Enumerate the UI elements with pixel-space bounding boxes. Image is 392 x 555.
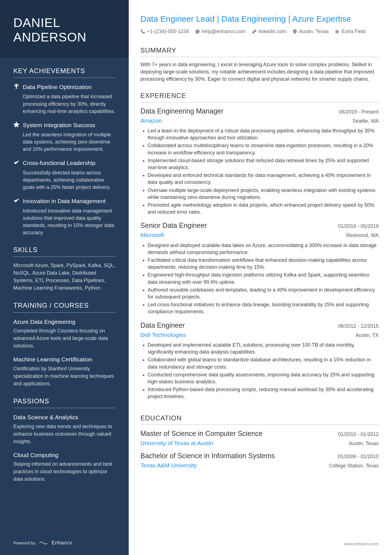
contact-extra: Extra Field (335, 28, 365, 35)
job-company: Microsoft (140, 231, 164, 239)
passions-heading: PASSIONS (13, 396, 115, 408)
courses-heading: TRAINING / COURSES (13, 301, 115, 313)
location-value: Austin, Texas (299, 28, 329, 35)
education-heading: EDUCATION (140, 413, 379, 425)
education-item: Master of Science in Computer Science01/… (140, 429, 379, 447)
achievement-title: Cross-functional Leadership (23, 159, 95, 167)
full-name: DANIEL ANDERSON (13, 16, 115, 45)
job-location: Redmond, WA (346, 232, 379, 239)
education-location: Austin, Texas (349, 440, 379, 447)
check-icon (13, 197, 19, 205)
phone-value: +1-(234)-555-1234 (147, 28, 189, 35)
name-block: DANIEL ANDERSON (0, 0, 129, 58)
job-bullet: Implemented cloud-based storage solution… (148, 157, 379, 171)
achievements-list: Data Pipeline OptimizationOptimized a da… (13, 83, 115, 236)
summary-heading: SUMMARY (140, 46, 379, 57)
job-bullet: Led cross-functional initiatives to enha… (148, 301, 379, 315)
education-date: 01/2010 - 01/2012 (338, 431, 379, 438)
job-title: Data Engineer (140, 320, 185, 330)
job-item: Data Engineering Manager06/2019 - Presen… (140, 106, 379, 216)
powered-by: Powered by Enhancv (0, 534, 129, 555)
extra-value: Extra Field (341, 28, 365, 35)
enhancv-logo-icon (39, 540, 48, 546)
headline: Data Engineer Lead | Data Engineering | … (140, 13, 379, 24)
first-name: DANIEL (13, 16, 60, 30)
job-location: Seattle, WA (353, 118, 379, 125)
job-bullet: Oversaw multiple large-scale deployment … (148, 187, 379, 201)
summary-text: With 7+ years in data engineering, I exc… (140, 61, 379, 83)
svg-marker-0 (14, 122, 19, 127)
phone-icon (140, 29, 145, 34)
course-title: Machine Learning Certification (13, 355, 115, 363)
job-bullet: Facilitated critical data transformation… (148, 257, 379, 271)
job-bullets: Led a team in the deployment of a robust… (140, 127, 379, 216)
sidebar-content: KEY ACHIEVEMENTS Data Pipeline Optimizat… (0, 58, 129, 534)
job-bullet: Designed and deployed scalable data lake… (148, 242, 379, 256)
svg-point-2 (294, 31, 295, 32)
link-icon (252, 29, 257, 34)
job-bullet: Led a team in the deployment of a robust… (148, 127, 379, 141)
achievement-desc: Led the seamless integration of multiple… (13, 131, 115, 153)
achievement-desc: Optimized a data pipeline that increased… (13, 93, 115, 115)
education-date: 01/2006 - 01/2010 (338, 453, 379, 460)
achievement-item: Data Pipeline OptimizationOptimized a da… (13, 83, 115, 115)
footer-url: www.enhancv.com (140, 532, 379, 547)
passion-title: Data Science & Analytics (13, 413, 115, 421)
contact-location: Austin, Texas (292, 28, 329, 35)
check-icon (13, 159, 19, 167)
linkedin-value: linkedin.com (259, 28, 286, 35)
job-bullet: Collaborated with global teams to standa… (148, 356, 379, 370)
powered-by-label: Powered by (13, 540, 35, 546)
course-title: Azure Data Engineering (13, 318, 115, 326)
main-content: Data Engineer Lead | Data Engineering | … (129, 0, 392, 555)
job-date: 08/2012 - 12/2015 (338, 323, 379, 330)
education-location: College Station, Texas (329, 462, 379, 469)
passion-desc: Staying informed on advancements and bes… (13, 460, 115, 483)
achievement-title: System Integration Success (23, 121, 95, 129)
job-company: Amazon (140, 117, 162, 125)
education-list: Master of Science in Computer Science01/… (140, 429, 379, 473)
last-name: ANDERSON (13, 30, 86, 44)
passion-title: Cloud Computing (13, 451, 115, 459)
at-icon (195, 29, 200, 34)
passion-desc: Exploring new data trends and techniques… (13, 423, 115, 445)
school: Texas A&M University (140, 461, 197, 469)
experience-list: Data Engineering Manager06/2019 - Presen… (140, 106, 379, 405)
job-bullet: Authored reusable codebases and template… (148, 287, 379, 300)
course-item: Azure Data EngineeringCompleted through … (13, 318, 115, 350)
sidebar: DANIEL ANDERSON KEY ACHIEVEMENTS Data Pi… (0, 0, 129, 555)
job-bullet: Developed and enforced technical standar… (148, 172, 379, 186)
course-item: Machine Learning CertificationCertificat… (13, 355, 115, 387)
job-bullet: Promoted agile methodology adoption in d… (148, 202, 379, 216)
job-item: Senior Data Engineer01/2016 - 05/2019Mic… (140, 221, 379, 315)
brand-name: Enhancv (51, 539, 72, 547)
star-icon (13, 121, 19, 129)
trophy-icon (13, 83, 19, 91)
achievement-title: Innovation in Data Management (23, 197, 106, 205)
passion-item: Cloud ComputingStaying informed on advan… (13, 451, 115, 483)
achievement-item: Innovation in Data ManagementIntroduced … (13, 197, 115, 236)
experience-heading: EXPERIENCE (140, 91, 379, 102)
degree: Master of Science in Computer Science (140, 429, 262, 438)
job-title: Senior Data Engineer (140, 221, 207, 230)
contact-phone: +1-(234)-555-1234 (140, 28, 189, 35)
email-value: help@enhancv.com (202, 28, 246, 35)
contact-bar: +1-(234)-555-1234 help@enhancv.com linke… (140, 28, 379, 35)
school: University of Texas at Austin (140, 439, 213, 447)
passions-list: Data Science & AnalyticsExploring new da… (13, 413, 115, 483)
skills-text: Microsoft Azure, Spark, PySpark, Kafka, … (13, 262, 115, 292)
contact-linkedin: linkedin.com (252, 28, 286, 35)
job-bullet: Conducted comprehensive data quality ass… (148, 371, 379, 385)
achievement-title: Data Pipeline Optimization (23, 83, 91, 91)
job-location: Austin, TX (356, 332, 379, 339)
course-desc: Certification by Stanford University spe… (13, 365, 115, 388)
resume-page: DANIEL ANDERSON KEY ACHIEVEMENTS Data Pi… (0, 0, 392, 555)
job-title: Data Engineering Manager (140, 106, 224, 116)
job-date: 06/2019 - Present (339, 108, 379, 115)
achievement-item: Cross-functional LeadershipSuccessfully … (13, 159, 115, 191)
job-bullet: Collaborated across multidisciplinary te… (148, 142, 379, 156)
job-bullet: Introduced Python-based data processing … (148, 386, 379, 400)
passion-item: Data Science & AnalyticsExploring new da… (13, 413, 115, 445)
degree: Bachelor of Science in Information Syste… (140, 451, 275, 461)
star-icon (335, 29, 339, 34)
